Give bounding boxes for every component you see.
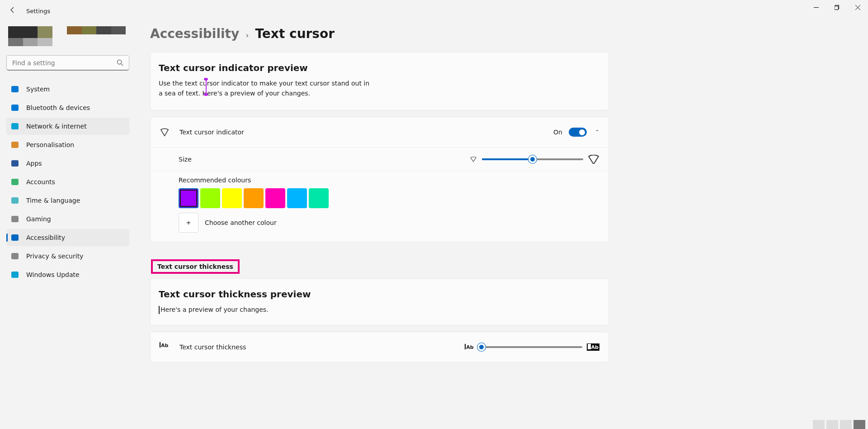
choose-colour-button[interactable]: ＋ [179,213,198,233]
thickness-row: Ab Text cursor thickness Ab Ab [151,332,609,362]
nav-icon [11,178,19,186]
sidebar-item-accessibility[interactable]: Accessibility [6,229,129,246]
choose-colour-label: Choose another colour [205,219,277,226]
system-tray [813,420,865,429]
size-row: Size [151,147,609,171]
tray-icon[interactable] [840,420,852,429]
thin-cursor-preview [159,306,160,314]
nav-list: SystemBluetooth & devicesNetwork & inter… [6,81,129,283]
thickness-heading: Text cursor thickness preview [151,279,609,305]
svg-point-5 [117,60,121,64]
indicator-toggle[interactable] [569,128,587,137]
sidebar-item-time-language[interactable]: Time & language [6,192,129,209]
colour-swatch[interactable] [222,188,242,208]
titlebar: Settings [0,0,868,22]
colour-swatches [179,188,599,208]
nav-label: Time & language [26,197,80,204]
search-icon [117,59,123,66]
thickness-slider-panel: Ab Text cursor thickness Ab Ab [150,332,609,362]
svg-rect-2 [835,6,838,10]
preview-heading: Text cursor indicator preview [151,52,609,79]
thickness-description: Here's a preview of your changes. [151,305,609,325]
content-area: Accessibility › Text cursor Text cursor … [136,22,868,429]
app-title: Settings [26,8,50,14]
small-cursor-icon [469,156,477,162]
size-slider[interactable] [482,155,583,164]
chevron-up-icon[interactable]: ⌃ [595,129,599,135]
nav-label: Accessibility [26,234,65,241]
colour-swatch[interactable] [179,188,198,208]
nav-icon [11,104,19,112]
thickness-section-heading-wrap: Text cursor thickness [150,248,850,278]
colour-swatch[interactable] [244,188,264,208]
tray-icon[interactable] [813,420,825,429]
large-cursor-icon [588,155,599,164]
nav-icon [11,122,19,130]
back-button[interactable] [9,6,18,15]
indicator-settings-panel: Text cursor indicator On ⌃ Size [150,117,609,242]
nav-label: System [26,86,50,93]
nav-icon [11,215,19,223]
breadcrumb-parent[interactable]: Accessibility [150,26,239,41]
nav-label: Personalisation [26,141,74,148]
indicator-toggle-row[interactable]: Text cursor indicator On ⌃ [151,117,609,147]
search-input[interactable] [6,55,129,71]
sidebar-item-accounts[interactable]: Accounts [6,173,129,191]
colour-swatch[interactable] [265,188,285,208]
ab-icon: Ab [160,342,170,352]
sidebar-item-gaming[interactable]: Gaming [6,210,129,228]
nav-icon [11,252,19,260]
sidebar-item-windows-update[interactable]: Windows Update [6,266,129,283]
sidebar-item-system[interactable]: System [6,81,129,98]
nav-icon [11,141,19,149]
minimize-button[interactable] [806,0,826,14]
nav-icon [11,159,19,167]
window-controls [806,0,868,14]
colours-label: Recommended colours [179,176,599,184]
nav-icon [11,271,19,279]
indicator-preview-panel: Text cursor indicator preview Use the te… [150,52,609,110]
tray-icon[interactable] [826,420,838,429]
colours-section: Recommended colours ＋ Choose another col… [151,171,609,242]
thickness-preview-panel: Text cursor thickness preview Here's a p… [150,278,609,325]
colour-swatch[interactable] [200,188,220,208]
nav-label: Accounts [26,178,55,186]
sidebar-item-personalisation[interactable]: Personalisation [6,136,129,153]
page-title: Text cursor [255,26,335,41]
thin-ab-icon: Ab [465,344,473,350]
colour-swatch[interactable] [287,188,307,208]
thickness-slider[interactable] [478,343,582,352]
nav-label: Gaming [26,215,51,223]
thickness-desc-text: Here's a preview of your changes. [160,306,269,313]
account-tile-block [8,26,127,46]
close-button[interactable] [847,0,868,14]
thickness-section-heading: Text cursor thickness [151,259,240,274]
indicator-label: Text cursor indicator [179,129,553,136]
preview-text: Use the text cursor indicator to make yo… [159,80,369,97]
nav-icon [11,234,19,242]
nav-label: Bluetooth & devices [26,104,90,111]
nav-label: Apps [26,160,42,167]
cursor-icon [160,127,170,137]
sidebar-item-network-internet[interactable]: Network & internet [6,118,129,135]
nav-label: Network & internet [26,123,87,130]
sidebar-item-bluetooth-devices[interactable]: Bluetooth & devices [6,99,129,116]
maximize-button[interactable] [826,0,847,14]
tray-icon[interactable] [854,420,865,429]
thick-ab-icon: Ab [587,343,599,351]
nav-label: Windows Update [26,271,80,278]
toggle-state-text: On [553,129,562,136]
sidebar: SystemBluetooth & devicesNetwork & inter… [0,22,136,429]
thickness-label: Text cursor thickness [179,343,465,351]
size-label: Size [179,156,469,163]
nav-label: Privacy & security [26,253,83,260]
search-field[interactable] [12,59,117,67]
chevron-right-icon: › [245,30,249,40]
breadcrumb: Accessibility › Text cursor [150,26,850,41]
colour-swatch[interactable] [309,188,329,208]
svg-line-6 [121,64,123,66]
sidebar-item-apps[interactable]: Apps [6,155,129,172]
cursor-indicator-preview [204,78,208,96]
sidebar-item-privacy-security[interactable]: Privacy & security [6,248,129,265]
nav-icon [11,85,19,93]
